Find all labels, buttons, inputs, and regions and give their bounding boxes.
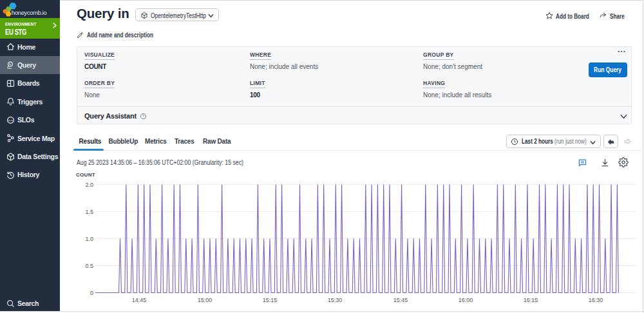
svg-text:honeycomb.io: honeycomb.io [12,9,46,16]
